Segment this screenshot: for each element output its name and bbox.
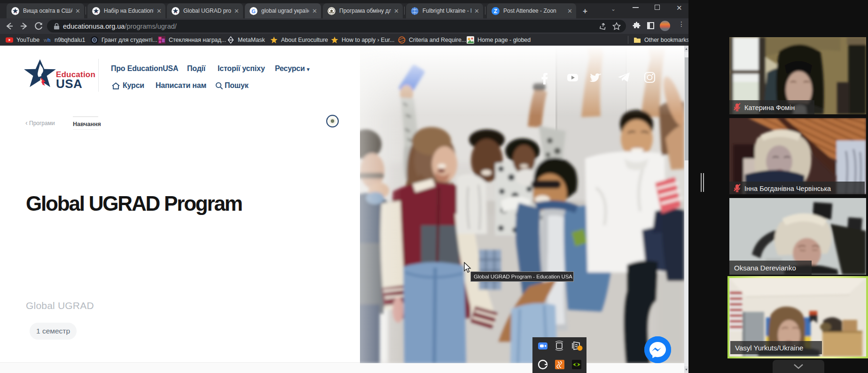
svg-text:Vasyl Yurkuts/Ukraine: Vasyl Yurkuts/Ukraine (735, 344, 803, 352)
svg-text:h: h (47, 37, 51, 43)
svg-text:Інна Богданівна Червінська: Інна Богданівна Червінська (744, 185, 831, 192)
svg-text:Z: Z (494, 8, 497, 14)
svg-text:w: w (44, 37, 47, 43)
svg-text:Катерина Фомін: Катерина Фомін (744, 104, 795, 111)
svg-text:G: G (251, 8, 256, 14)
svg-text:Oksana Derevianko: Oksana Derevianko (734, 264, 796, 272)
